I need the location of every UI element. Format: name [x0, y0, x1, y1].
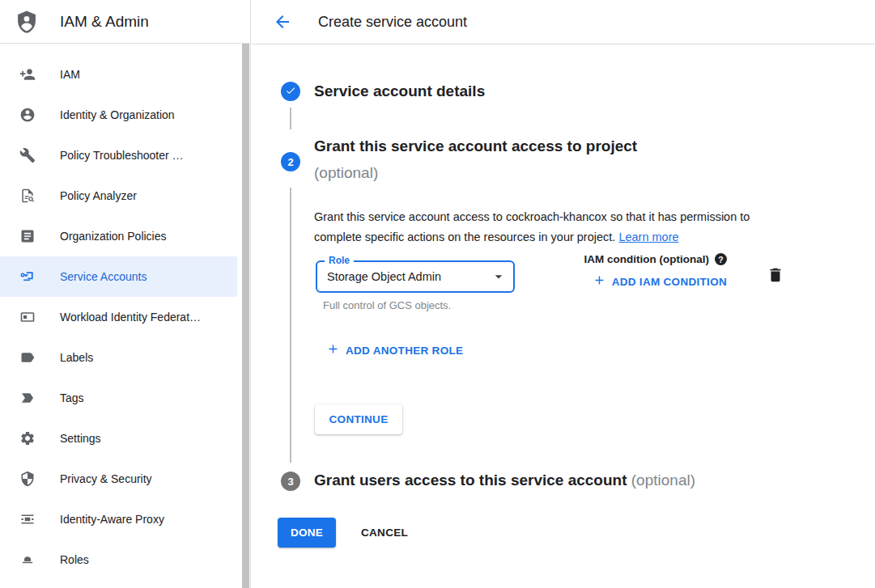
step3-number-badge: 3 — [281, 472, 300, 491]
plus-icon — [326, 342, 340, 358]
sidebar-item-label: Roles — [60, 553, 89, 566]
iam-admin-shield-person-icon — [14, 9, 40, 35]
sidebar-scrollbar[interactable] — [242, 44, 249, 588]
add-another-role-button[interactable]: ADD ANOTHER ROLE — [326, 342, 463, 358]
step2-description-text: Grant this service account access to coc… — [314, 210, 750, 243]
sidebar-item-label: Privacy & Security — [60, 472, 152, 485]
learn-more-link[interactable]: Learn more — [618, 231, 678, 243]
role-select[interactable]: Role Storage Object Admin — [316, 260, 515, 293]
sidebar-item-identity-aware-proxy[interactable]: Identity-Aware Proxy — [0, 499, 250, 539]
sidebar-item-label: Workload Identity Federat… — [60, 311, 201, 324]
step-connector — [290, 108, 291, 129]
step1-title: Service account details — [314, 82, 485, 101]
sidebar-item-labels[interactable]: Labels — [0, 337, 250, 378]
step3-title-text: Grant users access to this service accou… — [314, 472, 627, 489]
sidebar: IAM & Admin IAM Identity & Organization … — [0, 0, 251, 588]
step2-optional-text: (optional) — [314, 159, 637, 186]
identity-person-icon — [19, 107, 36, 123]
role-helper-text: Full control of GCS objects. — [323, 299, 451, 311]
sidebar-item-label: Tags — [60, 391, 84, 404]
sidebar-item-label: Labels — [60, 351, 93, 364]
sidebar-item-settings[interactable]: Settings — [0, 418, 250, 459]
sidebar-item-label: Service Accounts — [60, 270, 147, 283]
sidebar-item-policy-troubleshooter[interactable]: Policy Troubleshooter … — [0, 135, 250, 176]
service-account-key-icon — [19, 269, 36, 285]
sidebar-item-label: Policy Analyzer — [60, 189, 137, 202]
step2-number-badge: 2 — [281, 152, 300, 171]
document-list-icon — [19, 228, 36, 244]
check-icon — [285, 85, 296, 99]
label-tag-icon — [19, 349, 36, 366]
sidebar-item-identity-organization[interactable]: Identity & Organization — [0, 95, 250, 135]
person-add-icon — [19, 66, 36, 82]
gcp-console-window: IAM & Admin IAM Identity & Organization … — [0, 0, 875, 588]
role-select-value: Storage Object Admin — [327, 270, 441, 283]
back-arrow-icon[interactable] — [273, 12, 292, 32]
sidebar-item-label: Identity-Aware Proxy — [60, 513, 164, 526]
done-button[interactable]: DONE — [278, 518, 336, 548]
step2-title: Grant this service account access to pro… — [314, 133, 637, 186]
sidebar-item-iam[interactable]: IAM — [0, 54, 250, 95]
step2-title-text: Grant this service account access to pro… — [314, 133, 637, 159]
page-title: Create service account — [318, 14, 467, 31]
main-panel: Create service account Service account d… — [252, 0, 875, 588]
page-header: Create service account — [252, 0, 875, 44]
sidebar-item-tags[interactable]: Tags — [0, 378, 250, 418]
step3-number: 3 — [287, 476, 293, 488]
step2-description: Grant this service account access to coc… — [314, 207, 800, 247]
add-iam-condition-button[interactable]: ADD IAM CONDITION — [500, 273, 727, 290]
help-icon[interactable]: ? — [715, 253, 727, 265]
plus-icon — [593, 273, 606, 290]
sidebar-title: IAM & Admin — [60, 13, 149, 31]
sidebar-item-label: Identity & Organization — [60, 108, 175, 121]
iam-condition-block: IAM condition (optional) ? ADD IAM CONDI… — [500, 253, 727, 290]
sidebar-item-organization-policies[interactable]: Organization Policies — [0, 216, 250, 256]
tag-arrow-icon — [19, 390, 36, 406]
cancel-button[interactable]: CANCEL — [355, 518, 414, 548]
sidebar-header: IAM & Admin — [0, 0, 250, 44]
document-search-icon — [19, 188, 36, 204]
sidebar-item-label: Organization Policies — [60, 230, 167, 243]
sidebar-item-workload-identity-federation[interactable]: Workload Identity Federat… — [0, 297, 250, 337]
step3-optional-text: (optional) — [631, 472, 695, 489]
sidebar-item-privacy-security[interactable]: Privacy & Security — [0, 459, 250, 499]
sidebar-item-policy-analyzer[interactable]: Policy Analyzer — [0, 176, 250, 216]
iam-condition-label: IAM condition (optional) — [584, 253, 709, 265]
badge-card-icon — [19, 309, 36, 325]
sidebar-item-label: Settings — [60, 432, 101, 445]
step-connector — [290, 188, 291, 463]
sidebar-nav: IAM Identity & Organization Policy Troub… — [0, 44, 250, 580]
step1-complete-badge — [281, 82, 300, 101]
step2-number: 2 — [287, 156, 293, 168]
sidebar-item-roles[interactable]: Roles — [0, 539, 250, 580]
step3-title: Grant users access to this service accou… — [314, 471, 695, 490]
add-another-role-label: ADD ANOTHER ROLE — [346, 345, 463, 357]
role-select-label: Role — [325, 255, 354, 266]
add-iam-condition-label: ADD IAM CONDITION — [612, 276, 727, 288]
proxy-band-icon — [19, 511, 36, 527]
sidebar-item-label: Policy Troubleshooter … — [60, 149, 184, 162]
gear-icon — [19, 430, 36, 446]
trash-icon[interactable] — [767, 265, 786, 285]
hat-icon — [19, 552, 36, 568]
sidebar-item-service-accounts[interactable]: Service Accounts — [0, 256, 237, 297]
wrench-icon — [19, 147, 36, 163]
shield-half-icon — [19, 471, 36, 487]
sidebar-item-label: IAM — [60, 68, 80, 81]
continue-button[interactable]: CONTINUE — [315, 404, 402, 434]
